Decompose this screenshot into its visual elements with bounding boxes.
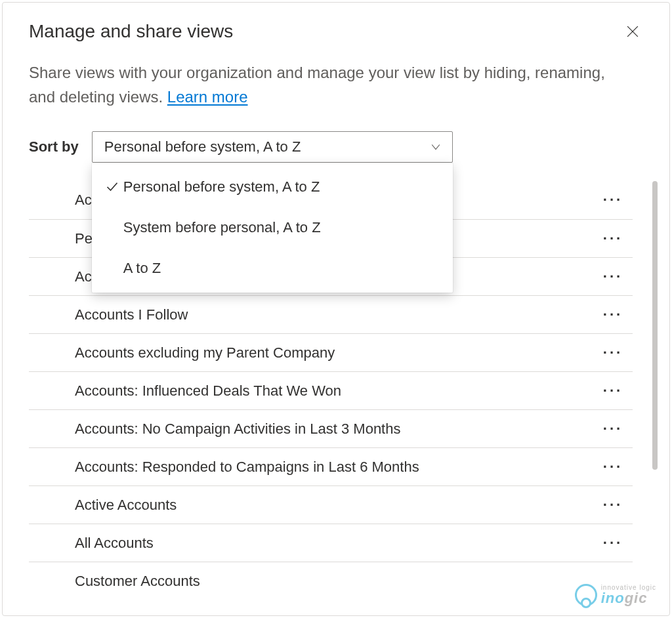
more-actions-button[interactable]: ··· (598, 300, 627, 329)
panel-title: Manage and share views (29, 21, 233, 42)
more-actions-button[interactable]: ··· (598, 377, 627, 405)
ellipsis-icon: ··· (603, 230, 623, 247)
view-row[interactable]: Accounts: Responded to Campaigns in Last… (29, 447, 633, 485)
more-actions-button[interactable]: ··· (598, 529, 627, 558)
ellipsis-icon: ··· (603, 382, 623, 400)
ellipsis-icon: ··· (603, 421, 623, 438)
view-name: Accounts I Follow (75, 306, 598, 323)
ellipsis-icon: ··· (603, 535, 623, 552)
sort-by-label: Sort by (29, 138, 79, 155)
view-name: Active Accounts (75, 497, 598, 514)
more-actions-button[interactable]: ··· (598, 339, 627, 367)
view-name: Accounts: No Campaign Activities in Last… (75, 421, 598, 438)
chevron-down-icon (431, 138, 440, 155)
more-actions-button[interactable]: ··· (598, 262, 627, 291)
view-row[interactable]: All Accounts··· (29, 524, 633, 562)
ellipsis-icon: ··· (603, 192, 623, 209)
close-icon (627, 26, 639, 37)
panel-description: Share views with your organization and m… (29, 60, 620, 109)
scrollbar-thumb[interactable] (652, 181, 658, 470)
view-row[interactable]: Accounts excluding my Parent Company··· (29, 333, 633, 371)
more-actions-button[interactable]: ··· (598, 491, 627, 520)
view-row[interactable]: Active Accounts··· (29, 485, 633, 524)
view-row[interactable]: Accounts: Influenced Deals That We Won··… (29, 371, 633, 409)
ellipsis-icon: ··· (603, 459, 623, 476)
sort-option-label: Personal before system, A to Z (123, 178, 444, 196)
sort-select[interactable]: Personal before system, A to Z (92, 131, 453, 163)
sort-dropdown: Personal before system, A to ZSystem bef… (92, 163, 453, 293)
sort-row: Sort by Personal before system, A to Z P… (29, 131, 643, 163)
view-row[interactable]: Accounts I Follow··· (29, 295, 633, 333)
view-name: All Accounts (75, 535, 598, 552)
sort-option-label: System before personal, A to Z (123, 219, 444, 236)
ellipsis-icon: ··· (603, 306, 623, 323)
more-actions-button[interactable]: ··· (598, 415, 627, 443)
view-name: Accounts excluding my Parent Company (75, 344, 598, 361)
sort-select-value: Personal before system, A to Z (104, 138, 301, 155)
scrollbar[interactable] (652, 181, 658, 470)
view-name: Accounts: Influenced Deals That We Won (75, 382, 598, 400)
sort-option[interactable]: A to Z (92, 248, 453, 289)
ellipsis-icon: ··· (603, 344, 623, 361)
more-actions-button[interactable]: ··· (598, 453, 627, 482)
description-text: Share views with your organization and m… (29, 64, 605, 106)
manage-views-panel: Manage and share views Share views with … (2, 2, 670, 616)
sort-select-wrap: Personal before system, A to Z Personal … (92, 131, 453, 163)
close-button[interactable] (622, 21, 643, 42)
more-actions-button[interactable]: ··· (598, 224, 627, 253)
view-row[interactable]: Accounts: No Campaign Activities in Last… (29, 409, 633, 447)
view-name: Accounts: Responded to Campaigns in Last… (75, 459, 598, 476)
view-row[interactable]: Customer Accounts (29, 562, 633, 600)
sort-option[interactable]: Personal before system, A to Z (92, 167, 453, 207)
ellipsis-icon: ··· (603, 497, 623, 514)
checkmark-icon (101, 180, 123, 194)
more-actions-button[interactable]: ··· (598, 186, 627, 215)
learn-more-link[interactable]: Learn more (167, 88, 248, 106)
sort-option-label: A to Z (123, 260, 444, 277)
panel-header: Manage and share views (29, 21, 643, 42)
sort-option[interactable]: System before personal, A to Z (92, 207, 453, 248)
ellipsis-icon: ··· (603, 268, 623, 285)
view-name: Customer Accounts (75, 573, 627, 590)
